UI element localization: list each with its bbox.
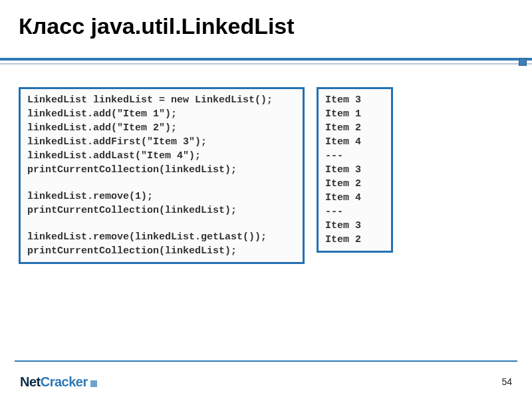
logo-text-net: Net (20, 374, 41, 389)
divider-line-bottom (0, 63, 532, 65)
output-box: Item 3 Item 1 Item 2 Item 4 --- Item 3 I… (317, 87, 393, 253)
output-line: Item 3 (325, 93, 384, 107)
output-line: --- (325, 149, 384, 163)
divider (19, 58, 513, 68)
output-line: Item 1 (325, 107, 384, 121)
output-line: Item 4 (325, 135, 384, 149)
code-line: LinkedList linkedList = new LinkedList()… (27, 93, 296, 107)
code-blank-line (27, 177, 296, 190)
code-line: linkedList.add("Item 1"); (27, 107, 296, 121)
output-line: Item 2 (325, 233, 384, 247)
content-row: LinkedList linkedList = new LinkedList()… (19, 87, 513, 264)
divider-line-top (0, 58, 532, 61)
output-line: --- (325, 205, 384, 219)
code-line: linkedList.addLast("Item 4"); (27, 149, 296, 163)
code-box: LinkedList linkedList = new LinkedList()… (19, 87, 305, 264)
code-blank-line (27, 217, 296, 230)
output-line: Item 3 (325, 163, 384, 177)
page-number: 54 (501, 376, 512, 387)
code-line: printCurrentCollection(linkedList); (27, 203, 296, 217)
output-line: Item 2 (325, 121, 384, 135)
logo-square-icon (90, 380, 97, 387)
code-line: linkedList.add("Item 2"); (27, 121, 296, 135)
code-line: printCurrentCollection(linkedList); (27, 163, 296, 177)
code-line: linkedList.remove(1); (27, 190, 296, 203)
slide: Класс java.util.LinkedList LinkedList li… (0, 0, 532, 399)
page-title: Класс java.util.LinkedList (19, 13, 513, 39)
output-line: Item 3 (325, 219, 384, 233)
code-line: linkedList.remove(linkedList.getLast()); (27, 230, 296, 244)
code-line: linkedList.addFirst("Item 3"); (27, 135, 296, 149)
output-line: Item 4 (325, 191, 384, 205)
code-line: printCurrentCollection(linkedList); (27, 244, 296, 258)
footer-divider (15, 360, 517, 362)
footer: NetCracker 54 (0, 360, 532, 399)
logo-text-cracker: Cracker (41, 374, 88, 389)
output-line: Item 2 (325, 177, 384, 191)
divider-square-icon (519, 58, 527, 66)
logo: NetCracker (20, 374, 97, 390)
